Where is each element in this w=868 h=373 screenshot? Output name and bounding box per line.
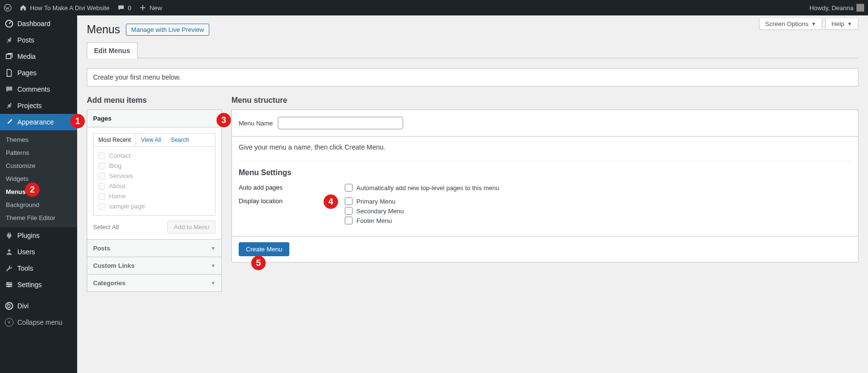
submenu-background[interactable]: Background: [0, 198, 77, 211]
tab-most-recent[interactable]: Most Recent: [94, 134, 136, 146]
sidebar-item-label: Tools: [17, 264, 33, 272]
sidebar-item-label: Posts: [17, 36, 34, 44]
brush-icon: [5, 118, 14, 126]
media-icon: [5, 52, 14, 61]
pages-inner-tabs: Most Recent View All Search: [93, 133, 216, 147]
admin-bar: How To Make A Divi Website 0 New Howdy, …: [0, 0, 868, 15]
submenu-menus[interactable]: Menus 2: [0, 185, 77, 198]
plus-icon: [139, 4, 147, 12]
page-checkbox[interactable]: [98, 173, 105, 180]
panel-posts: Posts ▼: [87, 240, 222, 257]
menu-name-label: Menu Name: [239, 120, 273, 127]
sidebar-item-comments[interactable]: Comments: [0, 81, 77, 97]
panel-title: Pages: [93, 115, 111, 122]
page-label: About: [109, 182, 125, 190]
pin-icon: [5, 101, 14, 110]
collapse-label: Collapse menu: [17, 318, 62, 326]
sidebar-item-label: Projects: [17, 102, 42, 110]
collapse-menu[interactable]: Collapse menu: [0, 314, 77, 331]
page-checkbox[interactable]: [98, 152, 105, 159]
sidebar-item-posts[interactable]: Posts: [0, 32, 77, 48]
location-checkbox-secondary[interactable]: [345, 207, 353, 215]
tab-view-all[interactable]: View All: [136, 134, 166, 146]
submenu-themes[interactable]: Themes: [0, 133, 77, 146]
submenu-patterns[interactable]: Patterns: [0, 146, 77, 159]
wrench-icon: [5, 264, 14, 273]
svg-point-4: [10, 284, 12, 286]
sidebar-item-label: Settings: [17, 281, 42, 289]
site-title: How To Make A Divi Website: [30, 4, 109, 12]
location-checkbox-primary[interactable]: [345, 197, 353, 205]
auto-add-label: Auto add pages: [239, 183, 345, 193]
sidebar-item-settings[interactable]: Settings: [0, 276, 77, 293]
wp-logo[interactable]: [4, 4, 12, 12]
menu-structure-heading: Menu structure: [231, 96, 858, 105]
page-checkbox[interactable]: [98, 183, 105, 190]
panel-categories-toggle[interactable]: Categories ▼: [87, 275, 221, 291]
screen-options-label: Screen Options: [765, 20, 809, 28]
chevron-down-icon: ▼: [211, 246, 216, 251]
live-preview-button[interactable]: Manage with Live Preview: [126, 24, 209, 36]
collapse-icon: [5, 318, 14, 327]
tab-search[interactable]: Search: [166, 134, 194, 146]
add-menu-items-column: Add menu items Pages Most Recent View Al…: [87, 96, 222, 292]
menu-structure-column: Menu structure 3 Menu Name Give your men…: [231, 96, 858, 262]
annotation-badge-5: 5: [251, 256, 266, 270]
comment-icon: [117, 4, 125, 12]
panel-custom-links-toggle[interactable]: Custom Links ▼: [87, 257, 221, 274]
page-label: Services: [109, 172, 133, 180]
sidebar-item-divi[interactable]: Divi: [0, 298, 77, 314]
annotation-badge-1: 1: [70, 114, 85, 128]
menu-settings-heading: Menu Settings: [239, 161, 851, 177]
sidebar-item-label: Menus: [6, 188, 26, 195]
sidebar-item-tools[interactable]: Tools: [0, 260, 77, 276]
help-tab[interactable]: Help ▼: [825, 18, 858, 30]
site-link[interactable]: How To Make A Divi Website: [19, 4, 109, 12]
checkbox-label: Automatically add new top-level pages to…: [356, 184, 499, 192]
sidebar-item-appearance[interactable]: Appearance 1: [0, 114, 77, 130]
menu-edit-box: 3 Menu Name Give your menu a name, then …: [231, 110, 858, 262]
new-link[interactable]: New: [139, 4, 162, 12]
page-row: Home: [98, 191, 210, 201]
page-checkbox[interactable]: [98, 163, 105, 169]
sidebar-item-label: Users: [17, 248, 35, 256]
tab-edit-menus[interactable]: Edit Menus: [87, 42, 137, 58]
screen-options-tab[interactable]: Screen Options ▼: [759, 18, 823, 30]
notice-info: Create your first menu below.: [87, 68, 858, 86]
sidebar-item-label: Media: [17, 53, 36, 60]
help-label: Help: [831, 20, 844, 28]
page-checkbox[interactable]: [98, 203, 105, 210]
sidebar-item-label: Divi: [17, 302, 28, 310]
sidebar-item-plugins[interactable]: Plugins: [0, 227, 77, 244]
user-icon: [5, 248, 14, 256]
page-checkbox[interactable]: [98, 193, 105, 200]
page-icon: [5, 69, 14, 77]
sidebar-item-label: Plugins: [17, 232, 40, 239]
comments-link[interactable]: 0: [117, 4, 131, 12]
submenu-widgets[interactable]: Widgets: [0, 172, 77, 185]
auto-add-checkbox[interactable]: [345, 184, 353, 192]
menu-name-input[interactable]: [278, 117, 403, 129]
nav-tabs: Edit Menus: [87, 42, 858, 58]
panel-pages-toggle[interactable]: Pages: [87, 110, 221, 127]
panel-title: Posts: [93, 245, 110, 252]
sidebar-item-pages[interactable]: Pages: [0, 65, 77, 81]
checkbox-label: Footer Menu: [356, 217, 392, 224]
pages-checklist: Contact Blog Services About Home sample …: [93, 147, 216, 216]
account-link[interactable]: Howdy, Deanna: [809, 4, 864, 12]
sidebar-item-users[interactable]: Users: [0, 244, 77, 260]
submenu-theme-editor[interactable]: Theme File Editor: [0, 211, 77, 224]
sidebar-item-dashboard[interactable]: Dashboard: [0, 15, 77, 32]
sidebar-item-label: Appearance: [17, 118, 54, 126]
location-checkbox-footer[interactable]: [345, 217, 353, 224]
svg-point-2: [8, 249, 10, 252]
main-content: Menus Manage with Live Preview Edit Menu…: [77, 15, 868, 373]
home-icon: [19, 4, 27, 12]
add-to-menu-button[interactable]: Add to Menu: [167, 221, 216, 234]
create-menu-button[interactable]: Create Menu: [239, 242, 289, 256]
sidebar-item-media[interactable]: Media: [0, 48, 77, 65]
sidebar-item-projects[interactable]: Projects: [0, 97, 77, 114]
submenu-customize[interactable]: Customize: [0, 159, 77, 172]
select-all-link[interactable]: Select All: [93, 223, 119, 231]
panel-posts-toggle[interactable]: Posts ▼: [87, 240, 221, 257]
